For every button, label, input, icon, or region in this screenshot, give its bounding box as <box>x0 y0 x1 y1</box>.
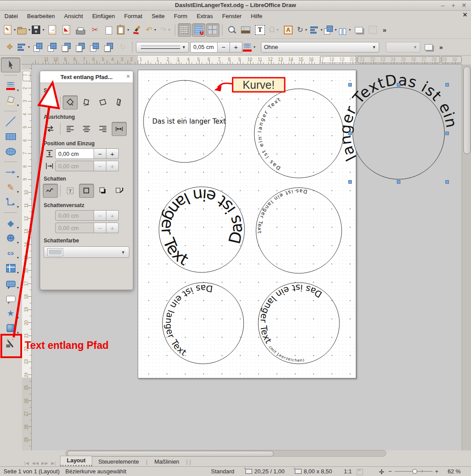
vertical-scrollbar-thumb[interactable] <box>463 66 471 154</box>
insert-text-box-button[interactable]: T <box>253 23 267 37</box>
distribute-button[interactable]: ▼ <box>338 23 351 37</box>
vertical-scrollbar[interactable] <box>462 64 471 450</box>
snap-to-grid-button[interactable] <box>192 23 205 37</box>
fontwork-shadow-y-input[interactable]: 0,00 cm <box>55 223 94 233</box>
fontwork-shadow-x-increase-button[interactable]: + <box>106 210 119 221</box>
fontwork-text-along-path-button[interactable] <box>1 336 20 351</box>
send-backward-button[interactable] <box>60 41 73 54</box>
fontwork-align-left-button[interactable] <box>63 122 78 136</box>
scale-indicator[interactable]: 1:1 <box>344 468 352 475</box>
fontwork-no-shadow-button[interactable] <box>79 184 94 198</box>
insert-fontwork-button[interactable]: A <box>282 23 295 37</box>
menu-datei[interactable]: Datei <box>4 13 18 19</box>
special-character-button[interactable]: Ω▼ <box>268 23 281 37</box>
fontwork-align-right-button[interactable] <box>95 122 110 136</box>
symbol-shapes-button[interactable]: ☻▼ <box>1 230 20 246</box>
shadow-button[interactable] <box>422 41 435 54</box>
text-callout-button[interactable] <box>1 291 20 306</box>
fontwork-shadow-x-input[interactable]: 0,00 cm <box>55 210 94 221</box>
fontwork-style-upright-button[interactable] <box>79 95 94 110</box>
selection-handle[interactable] <box>397 83 400 87</box>
curves-and-polygons-button[interactable]: ✎▼ <box>1 180 20 195</box>
horizontal-ruler[interactable]: 1110987654321123456789101112131415161718… <box>32 56 462 64</box>
new-document-button[interactable]: ✎▼ <box>3 23 16 37</box>
callouts-button[interactable]: ▼ <box>1 276 20 291</box>
line-width-input[interactable]: 0,05 cm <box>190 42 218 53</box>
maximize-button[interactable]: + <box>448 0 459 10</box>
zoom-slider[interactable]: −+ <box>388 468 438 475</box>
vertical-ruler[interactable]: 1234567891011121314151617181920212223242… <box>22 64 32 450</box>
selection-handle[interactable] <box>349 181 352 184</box>
menu-format[interactable]: Format <box>124 13 142 19</box>
menu-ansicht[interactable]: Ansicht <box>64 13 83 19</box>
position-and-size-button[interactable]: ↻ <box>116 41 129 54</box>
fontwork-distance-decrease-button[interactable]: − <box>94 148 106 159</box>
fontwork-dialog[interactable]: Text entlang Pfad... × Stil Ausrichtung … <box>40 71 133 290</box>
transformations-button[interactable]: ✥ <box>3 41 16 54</box>
print-button[interactable] <box>74 23 87 37</box>
fontwork-indent-decrease-button[interactable]: − <box>94 161 106 171</box>
copy-button[interactable] <box>102 23 116 37</box>
fontwork-style-off-button[interactable] <box>43 95 58 110</box>
fill-color-button[interactable]: ▼ <box>1 93 20 108</box>
rectangle-button[interactable] <box>1 129 20 144</box>
selection-handle[interactable] <box>349 132 352 135</box>
export-button[interactable]: → <box>46 23 59 37</box>
crop-button[interactable] <box>366 23 380 37</box>
line-width-increase-button[interactable]: + <box>230 42 242 53</box>
line-style-select[interactable]: ▼ <box>136 42 189 53</box>
menu-form[interactable]: Form <box>174 13 187 19</box>
horizontal-scrollbar-thumb[interactable] <box>67 451 274 457</box>
cut-button[interactable]: ✂ <box>88 23 102 37</box>
clone-formatting-button[interactable] <box>131 23 144 37</box>
line-width-decrease-button[interactable]: − <box>218 42 230 53</box>
selection-handle[interactable] <box>446 181 449 184</box>
style-name[interactable]: Standard <box>211 468 234 475</box>
fontwork-dialog-close-icon[interactable]: × <box>126 73 130 79</box>
fill-style-select[interactable]: Ohne▼ <box>261 42 379 53</box>
arrange-button[interactable]: ▼ <box>324 23 337 37</box>
zoom-slider-thumb[interactable] <box>412 469 417 474</box>
fontwork-shadow-y-increase-button[interactable]: + <box>106 223 119 233</box>
fontwork-orientation-button[interactable] <box>43 122 58 136</box>
display-grid-button[interactable] <box>178 23 191 37</box>
tab-steuerelemente[interactable]: Steuerelemente <box>92 457 145 466</box>
menu-fenster[interactable]: Fenster <box>222 13 241 19</box>
send-to-back-button[interactable] <box>74 41 87 54</box>
block-arrows-button[interactable]: ⇔▼ <box>1 246 20 261</box>
helplines-while-moving-button[interactable] <box>206 23 219 37</box>
shadow-color-dropdown[interactable]: ▼ <box>44 246 129 258</box>
fit-page-icon[interactable]: ✛ <box>379 468 384 476</box>
ellipse-button[interactable] <box>1 144 20 159</box>
selection-handle[interactable] <box>349 83 352 87</box>
selection-handle[interactable] <box>446 132 449 135</box>
3d-objects-button[interactable]: ▼ <box>1 321 20 336</box>
undo-button[interactable]: ↶▼ <box>145 23 158 37</box>
fontwork-style-slant-vertical-button[interactable] <box>112 95 127 110</box>
tab-layout[interactable]: Layout <box>60 456 92 466</box>
close-document-icon[interactable]: ✕ <box>463 11 467 18</box>
drawing-circle-c4[interactable] <box>256 188 342 273</box>
save-button[interactable]: ▼ <box>32 23 45 37</box>
insert-image-button[interactable] <box>239 23 252 37</box>
flowchart-button[interactable]: ▼ <box>1 261 20 276</box>
next-page-button[interactable]: ▶▶ <box>41 461 49 465</box>
fontwork-shadow-y-decrease-button[interactable]: − <box>94 223 106 233</box>
redo-button[interactable]: ↷▼ <box>159 23 172 37</box>
basic-shapes-button[interactable]: ◆▼ <box>1 215 20 230</box>
fill-color-select[interactable]: ▼ <box>386 42 420 53</box>
to-background-button[interactable] <box>102 41 115 54</box>
fontwork-align-center-button[interactable] <box>79 122 94 136</box>
fontwork-shadow-x-decrease-button[interactable]: − <box>94 210 106 221</box>
export-pdf-button[interactable]: ◣ <box>60 23 73 37</box>
fontwork-autosize-button[interactable] <box>112 122 127 136</box>
selection-handle[interactable] <box>397 181 400 184</box>
menu-hilfe[interactable]: Hilfe <box>251 13 262 19</box>
insert-line-button[interactable] <box>1 114 20 129</box>
previous-page-button[interactable]: ◀◀ <box>32 461 39 465</box>
paste-button[interactable]: ▼ <box>117 23 130 37</box>
fontwork-text-contour-button[interactable]: T <box>63 184 78 198</box>
bring-to-front-button[interactable] <box>31 41 45 54</box>
menu-bearbeiten[interactable]: Bearbeiten <box>27 13 55 19</box>
fontwork-vertical-shadow-button[interactable] <box>95 184 110 198</box>
